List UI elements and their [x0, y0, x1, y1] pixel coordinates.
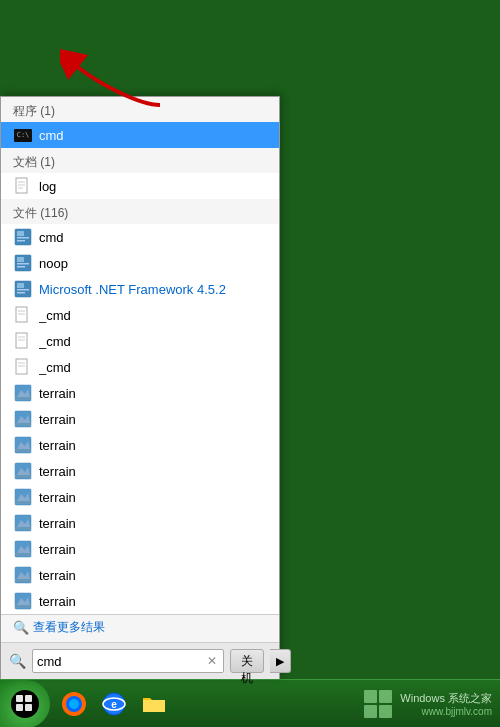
taskbar-icon-browser[interactable] — [56, 686, 92, 722]
svg-point-60 — [69, 699, 79, 709]
svg-rect-67 — [379, 705, 392, 718]
svg-rect-33 — [15, 449, 31, 452]
cmd4-label: _cmd — [39, 360, 71, 375]
brand-site: www.bjjmlv.com — [400, 706, 492, 717]
svg-rect-14 — [17, 289, 29, 291]
clear-search-button[interactable]: ✕ — [205, 654, 219, 668]
view-more-label: 查看更多结果 — [33, 619, 105, 636]
search-input-wrap: ✕ — [32, 649, 224, 673]
svg-rect-11 — [17, 266, 25, 268]
svg-rect-13 — [17, 283, 24, 288]
terrain4-label: terrain — [39, 464, 76, 479]
cmd2-label: _cmd — [39, 308, 71, 323]
result-item-terrain3[interactable]: terrain — [1, 432, 279, 458]
svg-rect-51 — [15, 605, 31, 608]
search-input[interactable] — [37, 654, 205, 669]
terrain8-label: terrain — [39, 568, 76, 583]
search-bar: 🔍 ✕ 关机 ▶ — [1, 642, 279, 679]
result-item-terrain1[interactable]: terrain — [1, 380, 279, 406]
svg-rect-64 — [364, 690, 377, 703]
dotnet-label: Microsoft .NET Framework 4.5.2 — [39, 282, 226, 297]
search-bar-icon: 🔍 — [9, 653, 26, 669]
svg-rect-6 — [17, 237, 29, 239]
svg-text:e: e — [111, 699, 117, 710]
search-magnifier-icon: 🔍 — [13, 620, 29, 635]
result-item-cmd-file[interactable]: cmd — [1, 224, 279, 250]
noop-icon — [13, 253, 33, 273]
svg-rect-56 — [16, 704, 23, 711]
terrain7-label: terrain — [39, 542, 76, 557]
svg-rect-48 — [15, 579, 31, 582]
terrain7-icon — [13, 539, 33, 559]
svg-rect-65 — [379, 690, 392, 703]
svg-rect-9 — [17, 257, 24, 262]
taskbar-icons: e — [50, 686, 178, 722]
result-item-cmd2[interactable]: _cmd — [1, 302, 279, 328]
terrain9-icon — [13, 591, 33, 611]
power-arrow-button[interactable]: ▶ — [270, 649, 291, 673]
result-item-dotnet[interactable]: Microsoft .NET Framework 4.5.2 — [1, 276, 279, 302]
terrain5-icon — [13, 487, 33, 507]
svg-rect-54 — [16, 695, 23, 702]
result-item-log[interactable]: log — [1, 173, 279, 199]
svg-rect-30 — [15, 423, 31, 426]
terrain1-icon — [13, 383, 33, 403]
svg-rect-66 — [364, 705, 377, 718]
power-button[interactable]: 关机 — [230, 649, 264, 673]
search-results: 程序 (1) C:\ cmd 文档 (1) log 文件 ( — [1, 97, 279, 615]
svg-rect-7 — [17, 240, 25, 242]
terrain2-icon — [13, 409, 33, 429]
log-icon — [13, 176, 33, 196]
svg-point-53 — [11, 690, 39, 718]
start-menu: 程序 (1) C:\ cmd 文档 (1) log 文件 ( — [0, 96, 280, 679]
section-header-programs: 程序 (1) — [1, 97, 279, 122]
result-item-cmd4[interactable]: _cmd — [1, 354, 279, 380]
terrain2-label: terrain — [39, 412, 76, 427]
terrain3-icon — [13, 435, 33, 455]
section-header-documents: 文档 (1) — [1, 148, 279, 173]
svg-rect-5 — [17, 231, 24, 236]
cmd3-label: _cmd — [39, 334, 71, 349]
svg-rect-27 — [15, 397, 31, 400]
cmd-file-icon — [13, 227, 33, 247]
terrain4-icon — [13, 461, 33, 481]
result-item-terrain5[interactable]: terrain — [1, 484, 279, 510]
svg-rect-15 — [17, 292, 25, 294]
result-item-cmd3[interactable]: _cmd — [1, 328, 279, 354]
terrain5-label: terrain — [39, 490, 76, 505]
result-item-cmd-program[interactable]: C:\ cmd — [1, 122, 279, 148]
result-item-terrain7[interactable]: terrain — [1, 536, 279, 562]
cmd2-icon — [13, 305, 33, 325]
svg-rect-39 — [15, 501, 31, 504]
section-header-files: 文件 (116) — [1, 199, 279, 224]
start-button[interactable] — [0, 680, 50, 728]
terrain9-label: terrain — [39, 594, 76, 609]
cmd-file-label: cmd — [39, 230, 64, 245]
svg-rect-42 — [15, 527, 31, 530]
terrain1-label: terrain — [39, 386, 76, 401]
result-item-terrain8[interactable]: terrain — [1, 562, 279, 588]
cmd4-icon — [13, 357, 33, 377]
svg-rect-55 — [25, 695, 32, 702]
result-item-terrain4[interactable]: terrain — [1, 458, 279, 484]
svg-rect-36 — [15, 475, 31, 478]
log-label: log — [39, 179, 56, 194]
terrain3-label: terrain — [39, 438, 76, 453]
view-more-link[interactable]: 🔍 查看更多结果 — [13, 619, 267, 636]
noop-label: noop — [39, 256, 68, 271]
brand-name: Windows 系统之家 — [400, 691, 492, 706]
svg-rect-10 — [17, 263, 29, 265]
result-item-terrain2[interactable]: terrain — [1, 406, 279, 432]
result-item-terrain6[interactable]: terrain — [1, 510, 279, 536]
svg-rect-57 — [25, 704, 32, 711]
svg-rect-45 — [15, 553, 31, 556]
taskbar-brand: Windows 系统之家 www.bjjmlv.com — [400, 691, 492, 717]
taskbar-icon-folder[interactable] — [136, 686, 172, 722]
dotnet-icon — [13, 279, 33, 299]
terrain8-icon — [13, 565, 33, 585]
terrain6-icon — [13, 513, 33, 533]
taskbar-right: Windows 系统之家 www.bjjmlv.com — [362, 688, 500, 720]
taskbar-icon-ie[interactable]: e — [96, 686, 132, 722]
result-item-terrain9[interactable]: terrain — [1, 588, 279, 614]
result-item-noop[interactable]: noop — [1, 250, 279, 276]
